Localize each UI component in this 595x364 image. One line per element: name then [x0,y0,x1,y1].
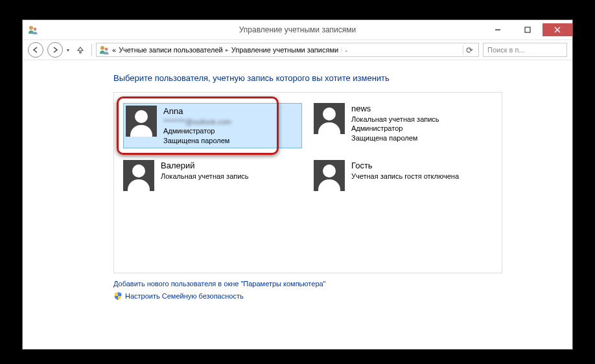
page-heading: Выберите пользователя, учетную запись ко… [113,73,495,83]
navbar: ▾ « Учетные записи пользователей ▸ Управ… [23,40,572,60]
add-user-link[interactable]: Добавить нового пользователя в окне "Пар… [113,280,326,288]
user-card-valeriy[interactable]: Валерий Локальная учетная запись [121,157,305,194]
user-name: news [351,103,439,115]
user-name: Anna [163,106,231,117]
window-title: Управление учетными записями [23,25,572,34]
user-role: Администратор [351,124,439,133]
user-name: Валерий [161,160,249,172]
user-grid: Anna ********@outlook.com Администратор … [113,92,502,273]
address-bar[interactable]: « Учетные записи пользователей ▸ Управле… [96,43,479,57]
user-card-anna[interactable]: Anna ********@outlook.com Администратор … [121,100,305,151]
history-dropdown-icon[interactable]: ▾ [67,47,69,53]
svg-point-7 [105,48,108,51]
breadcrumb-1[interactable]: Учетные записи пользователей [119,46,223,54]
avatar-icon [314,160,345,191]
breadcrumb-2[interactable]: Управление учетными записями [231,46,338,54]
user-email: ********@outlook.com [163,117,231,127]
titlebar[interactable]: Управление учетными записями [23,20,572,40]
user-info: news Локальная учетная запись Администра… [351,103,439,143]
family-safety-link[interactable]: Настроить Семейную безопасность [125,292,244,300]
avatar-icon [126,106,157,137]
user-type: Учетная запись гостя отключена [351,172,459,181]
avatar-icon [314,103,345,134]
crumb-sep-icon[interactable]: ▸ [226,47,229,53]
user-type: Локальная учетная запись [351,115,439,124]
refresh-button[interactable]: ⟳ [463,45,476,55]
user-info: Гость Учетная запись гостя отключена [351,160,459,181]
search-input[interactable]: Поиск в п... [483,43,567,57]
user-name: Гость [351,160,459,172]
breadcrumb-prefix: « [112,46,116,54]
shield-icon [113,291,122,301]
up-button[interactable] [73,43,88,57]
user-card-guest[interactable]: Гость Учетная запись гостя отключена [311,157,495,194]
forward-button[interactable] [47,42,63,58]
user-card-news[interactable]: news Локальная учетная запись Администра… [311,100,495,151]
user-type: Локальная учетная запись [161,172,249,181]
location-icon [99,45,110,55]
content-area: Выберите пользователя, учетную запись ко… [23,60,572,310]
user-status: Защищена паролем [163,136,231,146]
user-info: Anna ********@outlook.com Администратор … [163,106,231,146]
user-info: Валерий Локальная учетная запись [161,160,249,181]
nav-separator [91,44,92,56]
links-section: Добавить нового пользователя в окне "Пар… [113,280,495,304]
avatar-icon [123,160,154,191]
control-panel-window: Управление учетными записями ▾ [22,19,573,350]
resize-cursor-icon: ↔ [581,191,592,205]
address-history-icon[interactable]: ⌄ [341,47,351,53]
search-placeholder: Поиск в п... [487,46,525,54]
back-button[interactable] [28,42,43,58]
user-role: Администратор [163,126,231,136]
user-status: Защищена паролем [351,133,439,143]
svg-point-6 [100,46,104,50]
